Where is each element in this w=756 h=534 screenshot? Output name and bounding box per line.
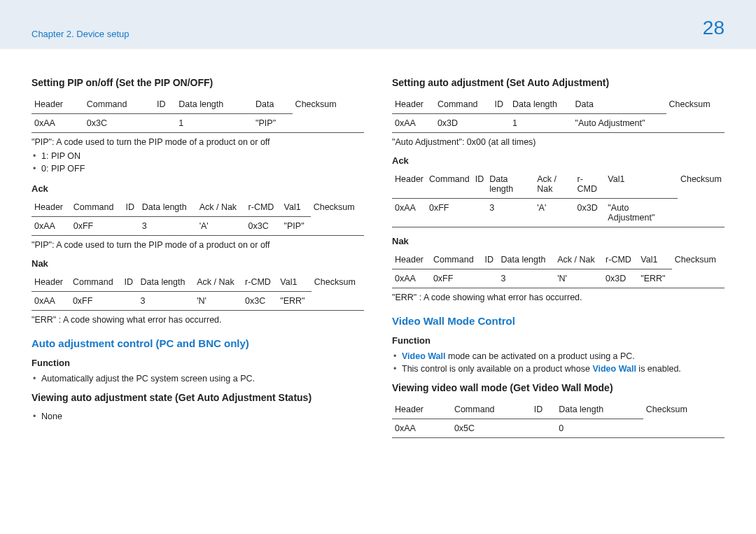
th: Command [426,170,472,199]
table-auto-set: Header Command ID Data length Data Check… [392,95,724,133]
td: 0xFF [426,199,472,227]
td: 1 [510,114,572,133]
td [492,114,510,133]
td: 0xFF [70,292,122,311]
th: Header [31,198,71,217]
th: Checksum [643,400,724,419]
th: Data length [556,400,643,419]
th: r-CMD [246,198,281,217]
td [678,199,724,227]
td: "Auto Adjustment" [605,199,678,227]
td: "Auto Adjustment" [572,114,666,133]
th: Data [253,95,293,114]
td: 'A' [534,199,574,227]
td: "ERR" [277,292,312,311]
th: Ack / Nak [534,170,574,199]
th: Data length [139,198,197,217]
th: Checksum [678,170,724,199]
list-none: None [31,410,364,423]
th: Checksum [672,251,724,269]
td: 0xAA [392,114,435,133]
th: Header [392,400,451,419]
td [154,114,176,133]
td: 3 [139,217,197,236]
td: 0xFF [430,269,482,288]
heading-auto-adjust: Auto adjustment control (PC and BNC only… [31,337,364,349]
table-pip-ack: Header Command ID Data length Ack / Nak … [31,198,364,236]
heading-pip-set: Setting PIP on/off (Set the PIP ON/OFF) [31,77,364,88]
th: Data length [510,95,572,114]
th: Data length [138,273,195,292]
th: ID [122,273,138,292]
th: r-CMD [603,251,638,269]
table-pip-set: Header Command ID Data length Data Check… [31,95,364,133]
table-vw-get: Header Command ID Data length Checksum 0… [392,400,724,438]
td [472,199,487,227]
td: 0x3D [575,199,606,227]
td: 'N' [554,269,603,288]
th: Header [31,95,84,114]
th: Ack / Nak [194,273,242,292]
th: r-CMD [575,170,606,199]
text: This control is only available on a prod… [402,364,592,374]
td: 'A' [197,217,246,236]
td [122,217,139,236]
td: 0xAA [392,199,426,227]
list-item: This control is only available on a prod… [392,363,724,375]
td: "PIP" [281,217,311,236]
table-auto-nak: Header Command ID Data length Ack / Nak … [392,251,724,288]
td [482,269,498,288]
th: Command [84,95,154,114]
th: Val1 [605,170,678,199]
td: 3 [138,292,195,311]
td: 0xFF [71,217,123,236]
table-auto-ack: Header Command ID Data length Ack / Nak … [392,170,724,227]
td [643,419,724,438]
list-item: 1: PIP ON [31,150,364,162]
th: Command [70,273,122,292]
td: 0x3D [435,114,492,133]
heading-function: Function [392,335,724,346]
page-body: Setting PIP on/off (Set the PIP ON/OFF) … [0,49,756,470]
heading-ack: Ack [31,183,364,194]
th: ID [492,95,510,114]
td: 0x3D [603,269,638,288]
td [531,419,556,438]
right-column: Setting auto adjustment (Set Auto Adjust… [392,70,724,442]
th: Data [572,95,666,114]
page-number: 28 [703,17,724,39]
th: Data length [498,251,555,269]
th: ID [122,198,139,217]
th: Command [71,198,123,217]
th: Checksum [312,273,364,292]
td [312,292,364,311]
heading-ack: Ack [392,155,724,166]
text: mode can be activated on a product using… [446,351,635,361]
td: 0x5C [451,419,531,438]
heading-nak: Nak [31,258,364,269]
text: is enabled. [636,364,681,374]
td: "PIP" [253,114,293,133]
th: r-CMD [242,273,277,292]
th: Ack / Nak [197,198,246,217]
th: ID [154,95,176,114]
td: 0 [556,419,643,438]
heading-video-wall: Video Wall Mode Control [392,315,724,327]
heading-auto-set: Setting auto adjustment (Set Auto Adjust… [392,77,724,88]
table-pip-nak: Header Command ID Data length Ack / Nak … [31,273,364,311]
note-err: "ERR" : A code showing what error has oc… [31,315,364,325]
list-item: 0: PIP OFF [31,162,364,175]
list-item: Automatically adjust the PC system scree… [31,372,364,385]
note-pip: "PIP": A code used to turn the PIP mode … [31,137,364,147]
note-auto: "Auto Adjustment": 0x00 (at all times) [392,137,724,147]
th: ID [531,400,556,419]
th: Command [435,95,492,114]
th: ID [472,170,487,199]
th: Checksum [666,95,724,114]
td: 0xAA [392,269,430,288]
th: Header [392,170,426,199]
td [672,269,724,288]
list-function: Automatically adjust the PC system scree… [31,372,364,385]
th: Header [392,251,430,269]
list-item: Video Wall mode can be activated on a pr… [392,350,724,363]
